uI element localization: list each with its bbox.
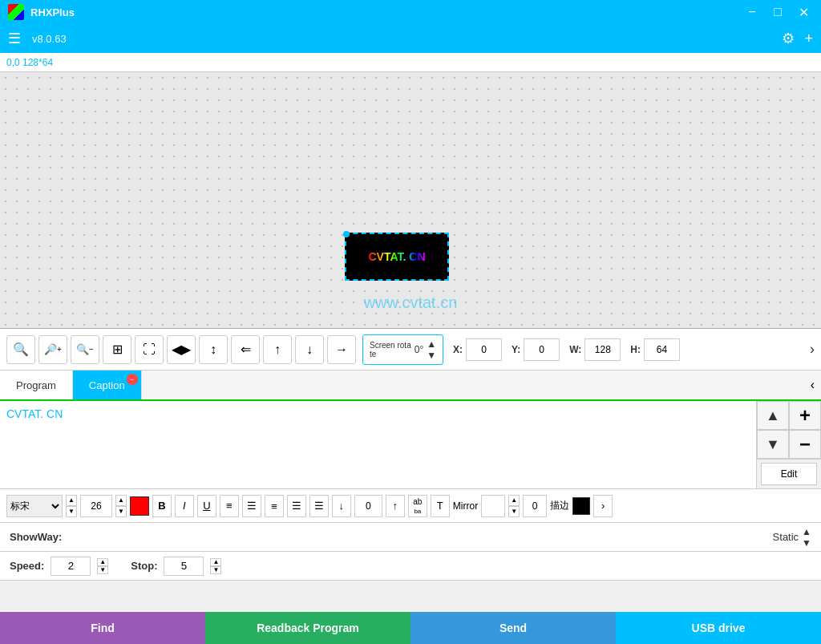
showway-label: ShowWay:	[10, 531, 62, 543]
align-center-button[interactable]: ☰	[242, 495, 261, 517]
move-right-button[interactable]: →	[327, 335, 356, 364]
underline-button[interactable]: U	[197, 495, 216, 517]
side-btn-top-row: ▲ +	[757, 401, 821, 430]
zoom-out-button[interactable]: 🔍−	[71, 335, 99, 364]
showway-up-button[interactable]: ▲	[802, 526, 811, 537]
stop-label: Stop:	[131, 560, 157, 572]
tab-program[interactable]: Program	[0, 371, 73, 399]
tab-caption-close[interactable]: −	[127, 374, 138, 385]
usb-drive-button[interactable]: USB drive	[616, 612, 821, 644]
add-icon[interactable]: +	[804, 30, 813, 47]
screen-rotate-group: Screen rotate 0° ▲ ▼	[362, 334, 443, 365]
toolbar-more-icon[interactable]: ›	[810, 341, 815, 358]
vert-offset-input[interactable]	[354, 495, 382, 517]
maximize-button[interactable]: □	[768, 2, 787, 22]
send-button[interactable]: Send	[410, 612, 616, 644]
zoom-tool-button[interactable]: 🔍	[6, 335, 35, 364]
stroke-width-input[interactable]	[523, 495, 547, 517]
text-ab-button[interactable]: abba	[408, 495, 427, 517]
gear-icon[interactable]: ⚙	[782, 30, 795, 47]
move-left-button[interactable]: ⇐	[231, 335, 260, 364]
move-down-button[interactable]: ↓	[295, 335, 324, 364]
find-button[interactable]: Find	[0, 612, 205, 644]
font-size-input[interactable]	[80, 495, 112, 517]
showway-value: Static	[773, 531, 799, 543]
stop-input[interactable]	[164, 557, 204, 576]
stroke-color-swatch[interactable]	[572, 497, 590, 515]
tab-collapse-button[interactable]: ‹	[804, 371, 821, 399]
text-t-button[interactable]: T	[431, 495, 450, 517]
minimize-button[interactable]: −	[742, 2, 762, 22]
mirror-input[interactable]	[481, 495, 505, 517]
tab-caption[interactable]: Caption −	[73, 371, 142, 399]
mirror-spin-down-button[interactable]: ▼	[508, 506, 520, 517]
y-input[interactable]	[524, 338, 560, 361]
mirror-spin-up-button[interactable]: ▲	[508, 495, 520, 506]
text-move-down-button[interactable]: ▼	[757, 430, 789, 459]
screen-rotate-label: Screen rotate	[370, 341, 411, 358]
align-left-button[interactable]: ≡	[220, 495, 239, 517]
text-up-button[interactable]: ↑	[386, 495, 405, 517]
stop-down-button[interactable]: ▼	[210, 566, 221, 574]
tab-bar: Program Caption − ‹	[0, 371, 821, 401]
w-input[interactable]	[584, 338, 621, 361]
x-input[interactable]	[466, 338, 502, 361]
text-input[interactable]: CVTAT. CN	[0, 401, 757, 488]
font-toolbar-more-button[interactable]: ›	[593, 495, 613, 517]
showway-bar: ShowWay: Static ▲ ▼	[0, 523, 821, 552]
text-remove-button[interactable]: −	[789, 430, 821, 459]
stop-up-button[interactable]: ▲	[210, 558, 221, 566]
window-controls: − □ ✕	[742, 2, 813, 22]
align-full-button[interactable]: ☰	[309, 495, 329, 517]
text-area-row: CVTAT. CN ▲ + ▼ − Edit	[0, 401, 821, 489]
speed-down-button[interactable]: ▼	[97, 566, 108, 574]
readback-button[interactable]: Readback Program	[205, 612, 410, 644]
color-swatch[interactable]	[130, 496, 149, 516]
canvas-coords: 0,0 128*64	[6, 57, 53, 68]
zoom-in-button[interactable]: 🔎+	[38, 335, 67, 364]
led-text: CVTAT. CN	[368, 250, 425, 263]
side-btn-bottom-row: ▼ −	[757, 430, 821, 459]
speed-up-button[interactable]: ▲	[97, 558, 108, 566]
h-input[interactable]	[644, 338, 680, 361]
rotate-up-button[interactable]: ▲	[427, 338, 436, 350]
speed-input[interactable]	[51, 557, 91, 576]
font-name-select[interactable]: 标宋	[6, 495, 63, 517]
font-size-down-button[interactable]: ▼	[66, 506, 77, 517]
text-side-buttons: ▲ + ▼ − Edit	[757, 401, 821, 488]
w-label: W:	[569, 344, 581, 355]
speed-bar: Speed: ▲ ▼ Stop: ▲ ▼	[0, 552, 821, 581]
hamburger-icon[interactable]: ☰	[8, 30, 21, 47]
bold-button[interactable]: B	[152, 495, 172, 517]
move-up-button[interactable]: ↑	[263, 335, 292, 364]
tab-program-label: Program	[16, 379, 56, 391]
canvas-info-bar: 0,0 128*64	[0, 53, 821, 72]
version-label: v8.0.63	[32, 33, 67, 45]
rotate-down-button[interactable]: ▼	[427, 350, 436, 361]
y-label: Y:	[512, 344, 520, 355]
led-handle-dot	[343, 231, 350, 237]
pan-left-right-button[interactable]: ◀▶	[167, 335, 196, 364]
font-size-spin-up-button[interactable]: ▲	[115, 495, 127, 506]
text-add-button[interactable]: +	[789, 401, 821, 430]
fit-button[interactable]: ⛶	[135, 335, 164, 364]
align-right-button[interactable]: ≡	[265, 495, 284, 517]
pan-up-down-button[interactable]: ↕	[199, 335, 228, 364]
font-size-spin-down-button[interactable]: ▼	[115, 506, 127, 517]
h-label: H:	[630, 344, 641, 355]
close-button[interactable]: ✕	[794, 2, 813, 22]
font-size-up-button[interactable]: ▲	[66, 495, 77, 506]
app-icon	[8, 4, 24, 20]
x-label: X:	[453, 344, 463, 355]
grid-button[interactable]: ⊞	[103, 335, 131, 364]
edit-button[interactable]: Edit	[761, 463, 817, 485]
showway-down-button[interactable]: ▼	[802, 537, 811, 549]
align-justify-button[interactable]: ☰	[287, 495, 306, 517]
align-down-button[interactable]: ↓	[332, 495, 351, 517]
italic-button[interactable]: I	[175, 495, 194, 517]
speed-label: Speed:	[10, 560, 44, 572]
led-display[interactable]: CVTAT. CN	[345, 233, 449, 281]
text-move-up-button[interactable]: ▲	[757, 401, 789, 430]
canvas-area[interactable]: www.cvtat.cn CVTAT. CN	[0, 72, 821, 329]
w-coord-group: W:	[569, 338, 621, 361]
